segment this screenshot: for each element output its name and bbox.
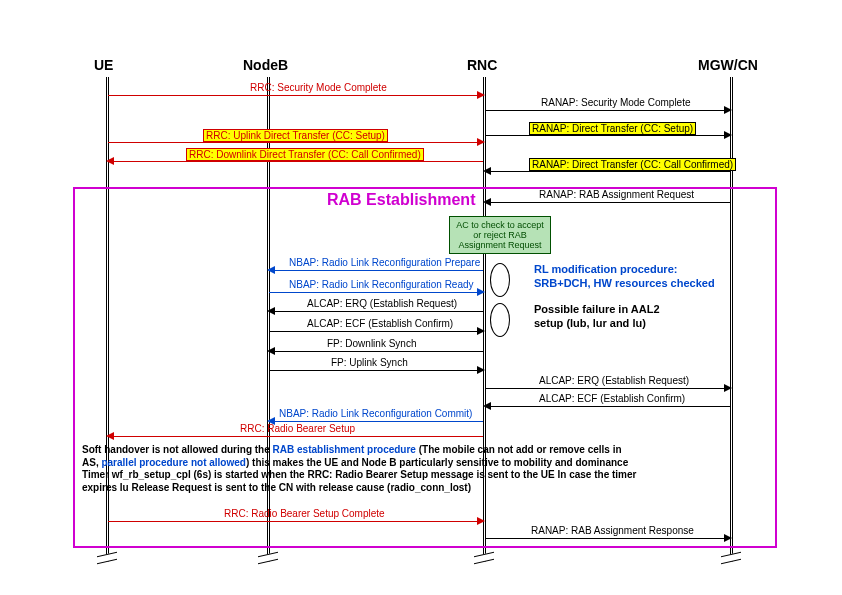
ac-line: AC to check to accept: [453, 220, 547, 230]
msg-ranap-resp: RANAP: RAB Assignment Response: [485, 525, 730, 539]
msg-ranap-smc: RANAP: Security Mode Complete: [485, 97, 730, 111]
msg-label: RANAP: Direct Transfer (CC: Setup): [529, 122, 696, 135]
msg-label: RRC: Radio Bearer Setup: [238, 423, 357, 434]
rab-title: RAB Establishment: [327, 191, 475, 209]
msg-label: RANAP: RAB Assignment Response: [529, 525, 696, 536]
note-text: (The mobile can not add or remove cells …: [416, 444, 622, 455]
msg-alcap-erq2: ALCAP: ERQ (Establish Request): [485, 375, 730, 389]
msg-nbap-ready: NBAP: Radio Link Reconfiguration Ready: [269, 279, 483, 293]
msg-nbap-prep: NBAP: Radio Link Reconfiguration Prepare: [269, 257, 483, 271]
annot-line: Possible failure in AAL2: [534, 303, 660, 317]
msg-rrc-rbsc: RRC: Radio Bearer Setup Complete: [108, 508, 483, 522]
annot-aal2: Possible failure in AAL2 setup (lub, lur…: [534, 303, 660, 331]
msg-rrc-udt: RRC: Uplink Direct Transfer (CC: Setup): [108, 129, 483, 143]
msg-label: ALCAP: ERQ (Establish Request): [537, 375, 691, 386]
lifeline-break-icon: [97, 552, 117, 564]
note-text: AS,: [82, 457, 101, 468]
msg-label: ALCAP: ECF (Establish Confirm): [305, 318, 455, 329]
msg-fp-ul: FP: Uplink Synch: [269, 357, 483, 371]
note-text: expires Iu Release Request is sent to th…: [82, 482, 471, 493]
msg-label: FP: Downlink Synch: [325, 338, 418, 349]
msg-label: RRC: Downlink Direct Transfer (CC: Call …: [186, 148, 424, 161]
msg-label: RRC: Security Mode Complete: [248, 82, 389, 93]
note-text: Timer wf_rb_setup_cpl (6s) is started wh…: [82, 469, 636, 480]
msg-label: ALCAP: ERQ (Establish Request): [305, 298, 459, 309]
note-text: parallel procedure not allowed: [101, 457, 245, 468]
note-text: Soft handover is not allowed during the: [82, 444, 273, 455]
msg-label: NBAP: Radio Link Reconfiguration Ready: [287, 279, 476, 290]
lifeline-break-icon: [721, 552, 741, 564]
annot-rl: RL modification procedure: SRB+DCH, HW r…: [534, 263, 715, 291]
annot-line: SRB+DCH, HW resources checked: [534, 277, 715, 291]
actor-ue: UE: [94, 57, 113, 73]
ac-line: or reject RAB: [453, 230, 547, 240]
actor-nodeb: NodeB: [243, 57, 288, 73]
msg-alcap-ecf: ALCAP: ECF (Establish Confirm): [269, 318, 483, 332]
msg-label: RANAP: Security Mode Complete: [539, 97, 693, 108]
msg-rrc-ddt: RRC: Downlink Direct Transfer (CC: Call …: [108, 148, 483, 162]
msg-label: NBAP: Radio Link Reconfiguration Prepare: [287, 257, 482, 268]
msg-rrc-rbs: RRC: Radio Bearer Setup: [108, 423, 483, 437]
handover-note: Soft handover is not allowed during the …: [82, 444, 762, 494]
msg-ranap-rar: RANAP: RAB Assignment Request: [485, 189, 730, 203]
msg-alcap-ecf2: ALCAP: ECF (Establish Confirm): [485, 393, 730, 407]
msg-label: RANAP: Direct Transfer (CC: Call Confirm…: [529, 158, 736, 171]
annot-line: RL modification procedure:: [534, 263, 715, 277]
actor-mgwcn: MGW/CN: [698, 57, 758, 73]
msg-fp-dl: FP: Downlink Synch: [269, 338, 483, 352]
note-text: RAB establishment procedure: [273, 444, 416, 455]
lifeline-break-icon: [258, 552, 278, 564]
bracket-icon: [490, 303, 510, 337]
msg-label: RRC: Uplink Direct Transfer (CC: Setup): [203, 129, 388, 142]
msg-rrc-smc: RRC: Security Mode Complete: [108, 82, 483, 96]
msg-label: RANAP: RAB Assignment Request: [537, 189, 696, 200]
bracket-icon: [490, 263, 510, 297]
actor-rnc: RNC: [467, 57, 497, 73]
msg-nbap-commit: NBAP: Radio Link Reconfiguration Commit): [269, 408, 483, 422]
note-text: ) this makes the UE and Node B particula…: [246, 457, 628, 468]
lifeline-break-icon: [474, 552, 494, 564]
ac-line: Assignment Request: [453, 240, 547, 250]
msg-label: FP: Uplink Synch: [329, 357, 410, 368]
msg-ranap-dt-cc: RANAP: Direct Transfer (CC: Call Confirm…: [485, 158, 730, 172]
annot-line: setup (lub, lur and lu): [534, 317, 660, 331]
msg-ranap-dt-setup: RANAP: Direct Transfer (CC: Setup): [485, 122, 730, 136]
msg-label: RRC: Radio Bearer Setup Complete: [222, 508, 387, 519]
msg-label: ALCAP: ECF (Establish Confirm): [537, 393, 687, 404]
msg-label: NBAP: Radio Link Reconfiguration Commit): [277, 408, 474, 419]
ac-check-box: AC to check to accept or reject RAB Assi…: [449, 216, 551, 254]
msg-alcap-erq: ALCAP: ERQ (Establish Request): [269, 298, 483, 312]
